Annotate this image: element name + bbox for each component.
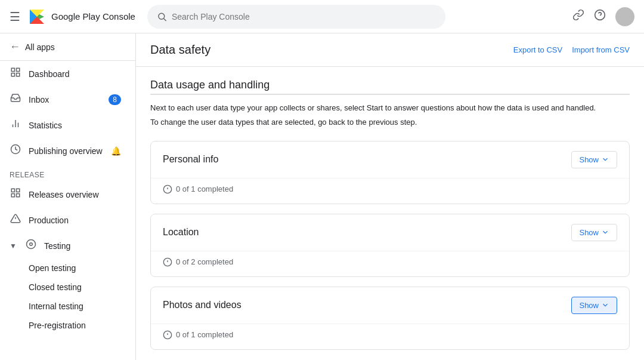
testing-icon [25,239,37,253]
all-apps-button[interactable]: ← All apps [0,33,135,61]
sidebar-item-statistics[interactable]: Statistics [0,112,131,138]
section-note: To change the user data types that are s… [150,118,630,127]
personal-info-show-button[interactable]: Show [571,151,617,168]
personal-info-status-text: 0 of 1 completed [176,184,233,193]
photos-videos-header: Photos and videos Show [151,287,629,324]
release-section-label: Release [0,164,135,181]
header-actions: Export to CSV Import from CSV [513,45,630,54]
all-apps-label: All apps [25,42,55,52]
sidebar-item-dashboard-label: Dashboard [29,69,70,79]
section-description: Next to each user data type your app col… [150,102,630,114]
sidebar-item-testing-label: Testing [44,241,70,251]
photos-videos-title: Photos and videos [163,300,242,310]
import-csv-button[interactable]: Import from CSV [572,45,630,54]
svg-rect-10 [11,73,14,76]
location-card: Location Show 0 of 2 completed [150,214,630,277]
svg-line-5 [164,19,166,21]
location-status-text: 0 of 2 completed [176,257,233,266]
main-header: Data safety Export to CSV Import from CS… [136,33,644,67]
section-subtitle: Data usage and handling [150,79,630,95]
releases-overview-icon [10,187,21,201]
inbox-icon [10,93,21,106]
logo-icon [27,7,47,26]
location-show-button[interactable]: Show [571,224,617,241]
sidebar: ← All apps Dashboard Inbox 8 Statistics [0,33,136,360]
main-content: Data safety Export to CSV Import from CS… [136,33,644,360]
svg-rect-16 [11,189,14,192]
personal-info-header: Personal info Show [151,141,629,178]
page-title: Data safety [150,43,210,57]
svg-rect-9 [17,68,20,71]
photos-videos-status-text: 0 of 1 completed [176,330,233,339]
svg-rect-17 [17,189,20,192]
topbar-right [572,7,634,26]
link-icon[interactable] [572,9,584,24]
avatar[interactable] [615,7,634,26]
svg-point-4 [159,13,165,19]
sidebar-item-open-testing[interactable]: Open testing [0,259,135,278]
layout: ← All apps Dashboard Inbox 8 Statistics [0,33,644,360]
inbox-badge: 8 [109,94,121,105]
personal-info-status: 0 of 1 completed [163,184,617,194]
logo: Google Play Console [27,7,135,26]
info-icon [163,184,172,194]
sidebar-item-inbox[interactable]: Inbox 8 [0,87,131,112]
search-bar[interactable] [147,5,445,29]
svg-rect-18 [11,194,14,197]
publishing-alert-icon: 🔔 [111,146,121,156]
sidebar-item-statistics-label: Statistics [29,121,62,130]
location-header: Location Show [151,214,629,251]
photos-videos-status: 0 of 1 completed [163,330,617,340]
photos-videos-body: 0 of 1 completed [151,324,629,349]
production-icon [10,213,21,227]
location-body: 0 of 2 completed [151,251,629,276]
sidebar-item-publishing-label: Publishing overview [29,146,103,156]
sidebar-item-dashboard[interactable]: Dashboard [0,61,131,87]
info-icon [163,257,172,267]
svg-rect-8 [11,68,14,71]
photos-videos-card: Photos and videos Show 0 of 1 completed [150,287,630,350]
svg-point-22 [26,240,35,249]
back-arrow-icon: ← [10,41,20,53]
logo-text: Google Play Console [51,11,135,21]
dashboard-icon [10,67,21,81]
sidebar-item-closed-testing[interactable]: Closed testing [0,278,135,297]
location-status: 0 of 2 completed [163,257,617,267]
sidebar-item-releases-overview-label: Releases overview [29,190,99,199]
search-icon [157,11,167,22]
help-icon[interactable] [594,9,606,24]
personal-info-title: Personal info [163,154,218,165]
svg-rect-11 [17,73,20,76]
location-title: Location [163,227,199,238]
collapse-arrow-icon: ▼ [10,242,17,250]
publishing-icon [10,144,21,158]
sidebar-item-publishing-overview[interactable]: Publishing overview 🔔 [0,138,131,164]
export-csv-button[interactable]: Export to CSV [513,45,562,54]
sidebar-item-production[interactable]: Production [0,207,131,233]
sidebar-item-testing[interactable]: ▼ Testing [0,233,131,259]
sidebar-item-pre-registration[interactable]: Pre-registration [0,316,135,335]
personal-info-body: 0 of 1 completed [151,178,629,204]
sidebar-item-releases-overview[interactable]: Releases overview [0,181,131,207]
svg-point-23 [30,243,33,246]
svg-rect-19 [17,194,20,197]
menu-icon[interactable]: ☰ [10,10,20,24]
main-body: Data usage and handling Next to each use… [136,67,644,360]
info-icon [163,330,172,340]
sidebar-item-inbox-label: Inbox [29,95,49,104]
sidebar-item-internal-testing[interactable]: Internal testing [0,297,135,316]
topbar: ☰ Google Play Console [0,0,644,33]
search-input[interactable] [172,12,436,21]
personal-info-card: Personal info Show 0 of 1 completed [150,141,630,204]
photos-videos-show-button[interactable]: Show [571,297,617,314]
sidebar-item-production-label: Production [29,216,69,225]
statistics-icon [10,118,21,132]
